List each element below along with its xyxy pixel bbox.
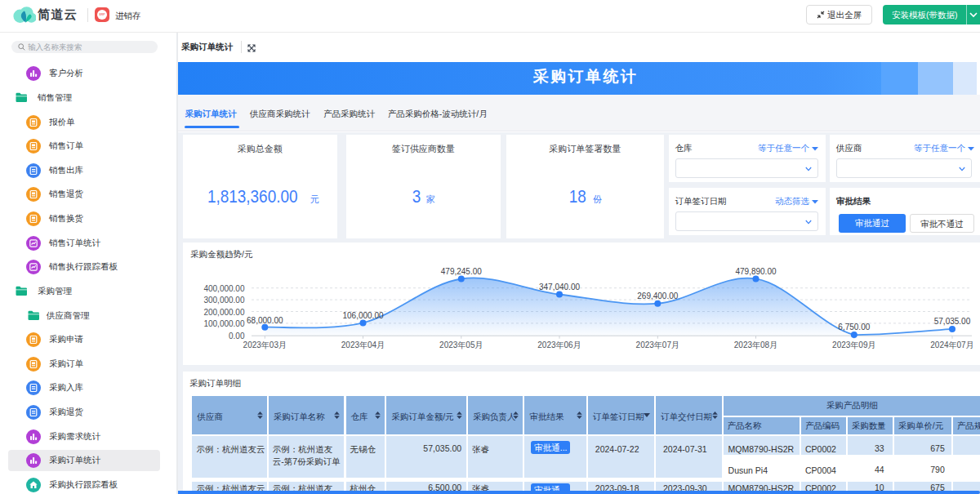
svg-text:479,245.00: 479,245.00 — [441, 267, 482, 276]
svg-text:2023年06月: 2023年06月 — [537, 340, 581, 349]
svg-text:479,890.00: 479,890.00 — [735, 267, 776, 276]
svg-text:2023年05月: 2023年05月 — [439, 340, 483, 349]
svg-text:2023年07月: 2023年07月 — [636, 340, 679, 349]
svg-text:400,000.00: 400,000.00 — [203, 284, 244, 293]
svg-text:57,035.00: 57,035.00 — [934, 317, 971, 326]
svg-text:269,400.00: 269,400.00 — [637, 292, 678, 300]
svg-text:100,000.00: 100,000.00 — [203, 319, 244, 328]
svg-text:2023年03月: 2023年03月 — [243, 340, 287, 349]
svg-text:300,000.00: 300,000.00 — [203, 296, 244, 305]
svg-text:0.00: 0.00 — [229, 332, 245, 340]
svg-text:347,040.00: 347,040.00 — [539, 283, 580, 292]
svg-text:6,750.00: 6,750.00 — [838, 323, 870, 332]
svg-text:106,000.00: 106,000.00 — [342, 311, 383, 320]
svg-text:2023年09月: 2023年09月 — [832, 340, 875, 349]
svg-text:2023年04月: 2023年04月 — [341, 340, 385, 349]
svg-text:200,000.00: 200,000.00 — [203, 308, 244, 317]
svg-text:2024年07月: 2024年07月 — [930, 340, 973, 349]
svg-text:2023年08月: 2023年08月 — [734, 340, 777, 349]
svg-text:68,000.00: 68,000.00 — [247, 316, 283, 325]
